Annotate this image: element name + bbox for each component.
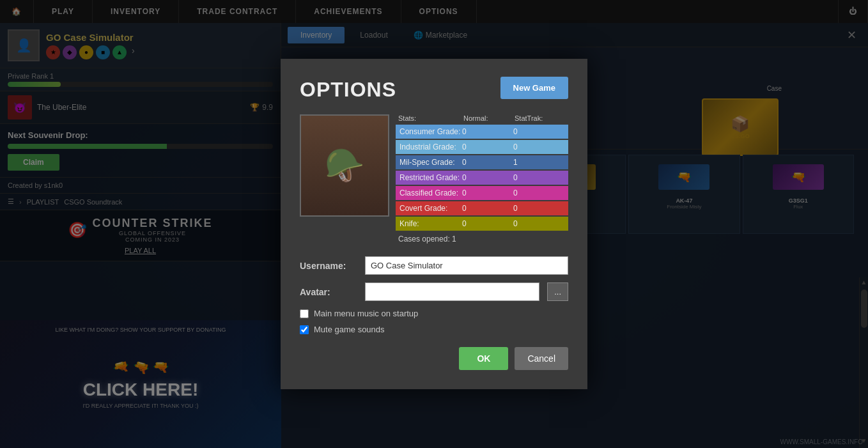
- ok-button[interactable]: OK: [459, 347, 508, 370]
- stat-row-milspec: Mil-Spec Grade: 0 1: [396, 155, 568, 169]
- stat-row-restricted: Restricted Grade: 0 0: [396, 171, 568, 185]
- mute-checkbox[interactable]: [300, 325, 309, 334]
- username-row: Username:: [300, 256, 568, 275]
- cases-opened: Cases opened: 1: [396, 235, 568, 243]
- checkbox-mute-row: Mute game sounds: [300, 325, 568, 334]
- modal-actions: OK Cancel: [300, 347, 568, 370]
- avatar-row: Avatar: ...: [300, 282, 568, 301]
- stats-header: Stats: Normal: StatTrak:: [396, 114, 568, 122]
- username-label: Username:: [300, 261, 357, 271]
- stats-section: 🪖 Stats: Normal: StatTrak: Consumer Grad…: [300, 114, 568, 243]
- music-checkbox-label: Main menu music on startup: [314, 309, 418, 318]
- new-game-button[interactable]: New Game: [500, 77, 568, 99]
- username-input[interactable]: [365, 256, 568, 275]
- browse-button[interactable]: ...: [547, 282, 568, 301]
- avatar-label: Avatar:: [300, 287, 357, 297]
- avatar-input[interactable]: [365, 282, 539, 301]
- stats-table: Stats: Normal: StatTrak: Consumer Grade:…: [396, 114, 568, 243]
- stat-row-classified: Classified Grade: 0 0: [396, 186, 568, 200]
- options-modal: OPTIONS New Game 🪖 Stats: Normal: StatTr…: [281, 59, 587, 389]
- music-checkbox[interactable]: [300, 309, 309, 318]
- cancel-button[interactable]: Cancel: [515, 347, 568, 370]
- stat-row-covert: Covert Grade: 0 0: [396, 201, 568, 215]
- mute-checkbox-label: Mute game sounds: [314, 325, 385, 334]
- modal-overlay: OPTIONS New Game 🪖 Stats: Normal: StatTr…: [0, 0, 868, 448]
- checkbox-music-row: Main menu music on startup: [300, 309, 568, 318]
- stat-row-knife: Knife: 0 0: [396, 217, 568, 231]
- stat-row-industrial: Industrial Grade: 0 0: [396, 140, 568, 154]
- stats-avatar: 🪖: [300, 114, 389, 217]
- stat-row-consumer: Consumer Grade: 0 0: [396, 125, 568, 139]
